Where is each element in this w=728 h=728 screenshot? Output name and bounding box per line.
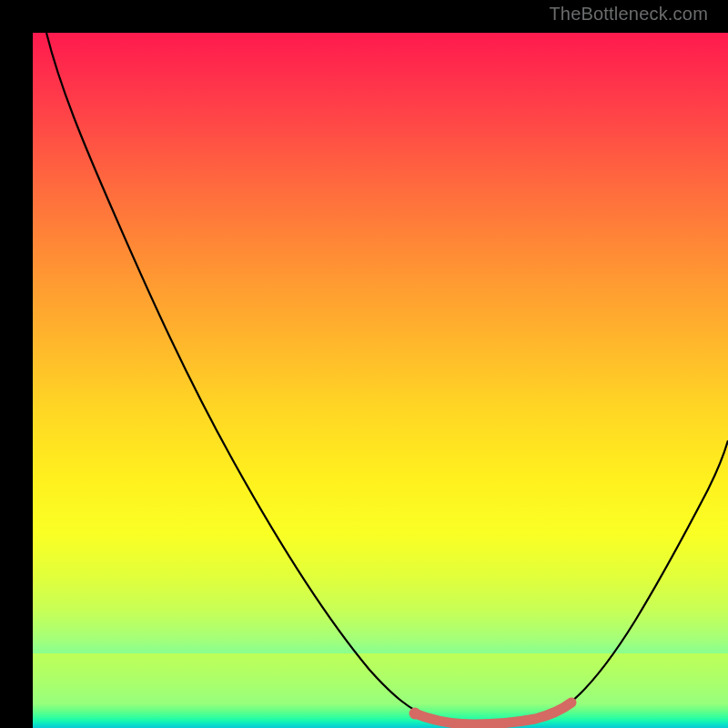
bottleneck-curve: [46, 33, 728, 723]
bottleneck-curve-svg: [33, 33, 728, 728]
plot-area: [33, 33, 728, 728]
watermark-text: TheBottleneck.com: [549, 4, 708, 25]
highlight-start-dot: [410, 708, 421, 720]
bottleneck-minimum-highlight: [415, 703, 571, 724]
chart-frame: [0, 0, 728, 728]
